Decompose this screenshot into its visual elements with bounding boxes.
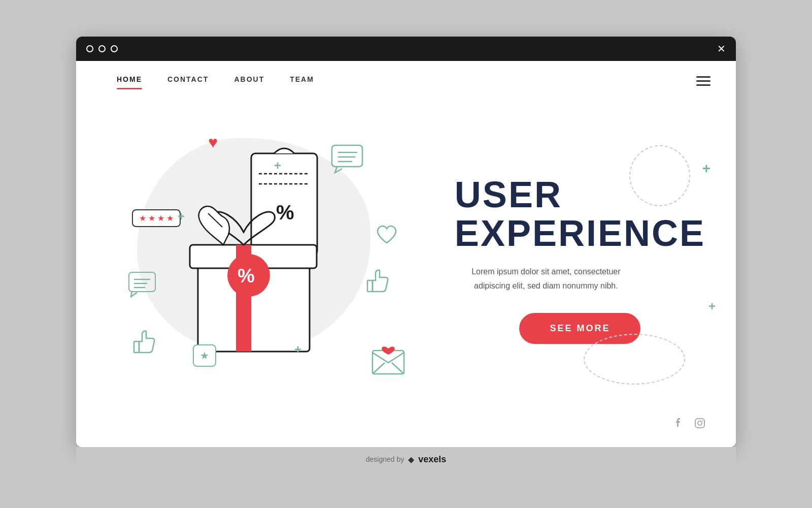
nav-item-about[interactable]: ABOUT — [234, 75, 264, 87]
browser-dot-3[interactable] — [111, 45, 118, 52]
star-3: ★ — [157, 213, 164, 223]
browser-dot-2[interactable] — [98, 45, 106, 52]
hamburger-line-3 — [696, 84, 710, 86]
plus-icon-right-bottom: + — [708, 299, 716, 313]
nav-item-contact[interactable]: CONTACT — [167, 75, 209, 87]
heart-icon-top: ♥ — [208, 133, 218, 152]
star-box-bottom: ★ — [193, 344, 216, 367]
deco-circle-bottom — [584, 334, 685, 385]
svg-point-25 — [698, 421, 702, 425]
facebook-icon[interactable] — [673, 418, 684, 432]
gift-illustration: % — [157, 133, 350, 367]
thumbs-up-bottom-left — [132, 326, 158, 357]
chat-icon-top — [330, 143, 365, 176]
star-1: ★ — [139, 213, 146, 223]
browser-titlebar: ✕ — [76, 37, 736, 61]
svg-text:%: % — [238, 265, 255, 287]
browser-dots — [86, 45, 118, 52]
page-content: HOME CONTACT ABOUT TEAM ♥ ★ — [76, 61, 736, 447]
svg-rect-9 — [134, 341, 139, 353]
designed-by-text: designed by — [366, 455, 404, 463]
brand-name: vexels — [418, 454, 446, 465]
heart-icon-right — [376, 225, 398, 247]
svg-rect-8 — [367, 280, 373, 292]
navbar: HOME CONTACT ABOUT TEAM — [76, 61, 736, 87]
main-section: ♥ ★ ★ ★ ★ — [76, 87, 736, 433]
envelope-bottom — [370, 344, 406, 377]
plus-icon-right-top: + — [702, 161, 710, 177]
nav-links: HOME CONTACT ABOUT TEAM — [117, 75, 314, 87]
svg-rect-24 — [695, 419, 704, 428]
star-2: ★ — [148, 213, 155, 223]
browser-window: ✕ HOME CONTACT ABOUT TEAM — [76, 37, 736, 447]
footer-watermark: designed by ◆ vexels — [76, 447, 736, 472]
deco-circle-top — [629, 145, 690, 206]
browser-close-button[interactable]: ✕ — [717, 43, 726, 55]
nav-item-team[interactable]: TEAM — [290, 75, 314, 87]
hamburger-line-1 — [696, 76, 710, 78]
vexels-diamond-icon: ◆ — [408, 455, 414, 464]
hamburger-line-2 — [696, 80, 710, 82]
hero-description: Lorem ipsum dolor sit amet, consectetuer… — [455, 265, 637, 292]
hamburger-menu[interactable] — [696, 76, 710, 86]
svg-rect-0 — [129, 272, 155, 292]
svg-text:%: % — [276, 201, 294, 224]
star-4: ★ — [166, 213, 174, 223]
chat-icon-left — [127, 270, 157, 300]
plus-icon-2: + — [274, 158, 281, 173]
right-content: + USER EXPERIENCE Lorem ipsum dolor sit … — [424, 176, 705, 344]
instagram-icon[interactable] — [694, 418, 705, 432]
svg-point-26 — [702, 420, 703, 421]
social-icons — [673, 418, 705, 432]
thumbs-up-right — [365, 265, 392, 296]
plus-icon-1: + — [178, 209, 185, 224]
browser-dot-1[interactable] — [86, 45, 93, 52]
plus-icon-3: + — [294, 342, 301, 357]
illustration-area: ♥ ★ ★ ★ ★ — [117, 113, 424, 407]
svg-rect-4 — [332, 145, 362, 167]
stars-rating-badge: ★ ★ ★ ★ — [132, 209, 181, 227]
nav-item-home[interactable]: HOME — [117, 75, 142, 87]
